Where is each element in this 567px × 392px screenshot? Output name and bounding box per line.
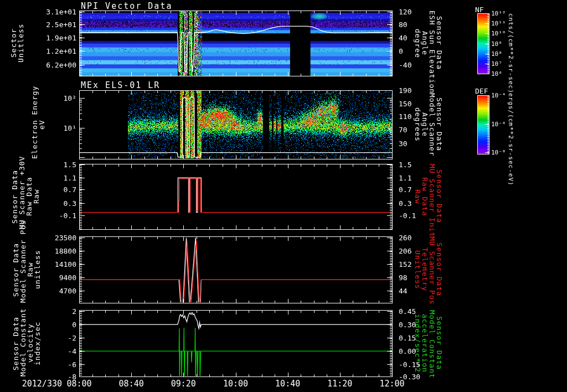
p3-left-tick-label: 0.3 — [64, 199, 76, 207]
p3-left-tick-label: -0.1 — [59, 212, 76, 220]
x-tick-label: 10:00 — [223, 379, 248, 389]
p1-right-tick-label: 40 — [399, 34, 408, 42]
x-tick-label: 12:00 — [379, 379, 404, 389]
def-colorbar-tick-label: 10⁻⁶ — [491, 120, 506, 127]
p3-right-tick-label: 1.5 — [399, 160, 411, 168]
p1-right-tick-label: -40 — [399, 60, 411, 69]
nf-colorbar-tick-label: 10⁸ — [491, 50, 502, 57]
nf-colorbar-tick-label: 10⁹ — [491, 40, 502, 47]
panel2-title: MEx ELS-01 LR — [81, 80, 160, 90]
x-tick-label: 09:20 — [171, 379, 196, 389]
p1-right-tick-label: 0 — [399, 47, 403, 55]
panel2-left-axis-label: Electron Energy eV — [31, 90, 45, 159]
p3-right-tick-label: 0.7 — [399, 185, 411, 194]
p5-left-tick-label: 2 — [72, 307, 76, 316]
nf-colorbar-tick-label: 10¹⁰ — [491, 30, 506, 37]
x-tick-label: 08:00 — [66, 379, 91, 389]
x-tick-label: 10:40 — [275, 379, 300, 389]
p2-right-tick-label: 150 — [399, 100, 411, 108]
p1-right-tick-label: 120 — [399, 8, 411, 16]
p4-right-tick-label: 98 — [399, 273, 408, 281]
nf-colorbar-tick-label: 10⁶ — [491, 70, 502, 78]
p4-right-tick-label: 260 — [399, 233, 411, 241]
panel2-right-axis-label: Sensor Data Model Scanner Angle degrees — [414, 90, 443, 159]
panel1-right-axis-label: Sensor Data ESH Sun Elevation Angle degr… — [414, 11, 443, 76]
p5-right-tick-label: 0.00 — [399, 347, 416, 355]
p2-left-tick-label: 10¹ — [64, 123, 76, 132]
p4-left-tick-label: 18800 — [55, 246, 76, 255]
nf-colorbar-units: cnts/(cm**2-sr-sec) — [507, 13, 514, 94]
p3-left-tick-label: 1.5 — [64, 160, 76, 168]
p3-right-tick-label: 0.3 — [399, 199, 411, 207]
panel3-right-axis-label: Sensor Data MU Scanner Init Raw Data Raw — [414, 164, 443, 229]
def-colorbar-tick-label: 10⁻⁴ — [491, 92, 506, 99]
panel4-left-axis-label: Sensor Data Model Scanner Pos Raw unitle… — [12, 236, 41, 303]
p3-right-tick-label: -0.1 — [399, 212, 416, 220]
panel5-left-axis-label: Sensor Data Model Constant velocity inde… — [12, 310, 41, 376]
nf-colorbar-tick-label: 10⁷ — [491, 60, 502, 67]
p2-right-tick-label: 70 — [399, 125, 408, 133]
p4-right-tick-label: 44 — [399, 286, 408, 295]
panel1-left-axis-label: Sector Unitless — [10, 11, 24, 76]
nf-colorbar-tick-label: 10¹² — [491, 10, 506, 17]
x-tick-label: 08:40 — [119, 379, 144, 389]
plot-canvas — [0, 0, 567, 392]
p4-left-tick-label: 4700 — [59, 286, 76, 295]
p2-right-tick-label: 30 — [399, 139, 408, 147]
p2-right-tick-label: 190 — [399, 86, 411, 95]
p3-right-tick-label: 1.1 — [399, 173, 411, 182]
p5-right-tick-label: 0.45 — [399, 307, 416, 316]
p2-left-tick-label: 10² — [64, 94, 76, 102]
p4-left-tick-label: 23500 — [55, 233, 76, 241]
p4-left-tick-label: 9400 — [59, 273, 76, 281]
p1-left-tick-label: 1.9e+01 — [46, 34, 76, 42]
p1-left-tick-label: 6.2e+00 — [46, 60, 76, 69]
p5-left-tick-label: -2 — [68, 334, 76, 342]
p3-left-tick-label: 1.1 — [64, 173, 76, 182]
p2-right-tick-label: 110 — [399, 112, 411, 121]
p1-left-tick-label: 2.5e+01 — [46, 20, 76, 29]
p3-left-tick-label: 0.7 — [64, 185, 76, 194]
figure: NPI Vector Data MEx ELS-01 LR Sector Uni… — [0, 0, 567, 392]
panel4-right-axis-label: Sensor Data MU Scanner Pos Telemetry Uni… — [414, 236, 443, 303]
p1-left-tick-label: 3.1e+01 — [46, 8, 76, 16]
p5-left-tick-label: 0 — [72, 321, 76, 329]
def-colorbar-tick-label: 10⁻⁸ — [491, 148, 506, 156]
nf-colorbar-tick-label: 10¹¹ — [491, 20, 506, 27]
p5-left-tick-label: -4 — [68, 347, 76, 355]
p5-left-tick-label: -6 — [68, 360, 76, 369]
p1-left-tick-label: 1.2e+01 — [46, 47, 76, 55]
p4-right-tick-label: 206 — [399, 246, 411, 255]
nf-colorbar-label: NF — [475, 6, 484, 14]
panel1-title: NPI Vector Data — [81, 1, 172, 11]
def-colorbar-label: DEF — [475, 87, 488, 95]
p5-right-tick-label: 0.30 — [399, 321, 416, 329]
p1-right-tick-label: 80 — [399, 20, 408, 29]
p4-left-tick-label: 14100 — [55, 260, 76, 268]
def-colorbar-units: ergs/(cm**2-sr-sec-eV) — [507, 93, 514, 186]
p4-right-tick-label: 152 — [399, 260, 411, 268]
x-tick-label: 11:20 — [327, 379, 352, 389]
date-label: 2012/330 — [14, 379, 62, 389]
p5-right-tick-label: 0.15 — [399, 334, 416, 342]
p5-right-tick-label: -0.15 — [399, 360, 420, 369]
